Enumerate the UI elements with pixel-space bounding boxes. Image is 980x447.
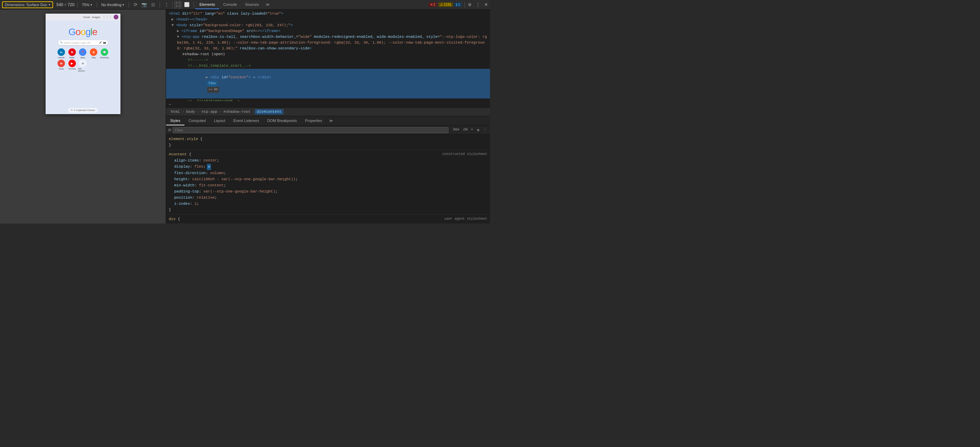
info-badge[interactable]: ℹ 1 [454, 2, 462, 7]
dom-line: <!------> [166, 57, 490, 63]
new-style-rule-btn[interactable]: ⊕ [475, 127, 481, 133]
shortcut-whatsapp[interactable]: 💬 WhatsApp [100, 48, 109, 59]
pencil-icon: ✎ [71, 109, 73, 112]
avatar[interactable] [114, 14, 118, 19]
browser-content: Google 🔍 Search Google or type URL 🎤 📷 i… [46, 21, 121, 114]
breadcrumb-div-content[interactable]: div#content [255, 109, 284, 115]
chevron-down-icon: ▾ [91, 3, 92, 6]
filter-input[interactable] [172, 127, 449, 133]
error-badge[interactable]: ✕ 2 [428, 2, 437, 7]
search-placeholder-text: Search Google or type URL [64, 42, 91, 44]
breadcrumb-ntp-app[interactable]: ntp-app [199, 109, 219, 115]
more-tabs-icon[interactable]: ≫ [263, 0, 272, 9]
devtools-panel: <html dir="ltr" lang="en" class lazy-loa… [166, 10, 490, 224]
console-tab[interactable]: Console [219, 0, 241, 9]
styles-tabs-bar: Styles Computed Layout Event Listeners D… [166, 116, 490, 126]
css-source-constructed: constructed stylesheet [442, 151, 487, 157]
shortcuts-grid: in LinkedIn N Netflix 📍 Maps [56, 48, 109, 72]
elements-tab[interactable]: Elements [195, 0, 219, 9]
chevron-down-icon: ▾ [123, 3, 124, 6]
breadcrumb-shadow-root[interactable]: #shadow-root [221, 109, 253, 115]
filter-bar: ⊞ :hov .cls + ⊕ ⋮ [166, 126, 490, 134]
css-selector-div[interactable]: div [169, 217, 176, 221]
images-link[interactable]: Images [92, 16, 100, 19]
dom-view: <html dir="ltr" lang="en" class lazy-loa… [166, 10, 490, 101]
more-actions-icon[interactable]: ⋮ [163, 1, 170, 8]
voice-search-icon[interactable]: 🎤 [99, 41, 102, 44]
apps-icon[interactable]: ⋮⋮⋮ [102, 15, 111, 19]
zoom-selector[interactable]: 75% ▾ [80, 2, 94, 8]
shortcut-youtube[interactable]: ▶ YouTube [67, 60, 77, 72]
height-value: 720 [68, 2, 75, 7]
breadcrumb-html[interactable]: html [169, 109, 182, 115]
customise-chrome-btn[interactable]: ✎ ✎ Customise Chrome [68, 108, 98, 113]
camera-search-icon[interactable]: 📷 [103, 41, 106, 44]
search-bar[interactable]: 🔍 Search Google or type URL 🎤 📷 [58, 40, 108, 45]
width-value: 540 [56, 2, 63, 7]
add-shortcut[interactable]: + Add shortcut [78, 60, 88, 72]
more-style-options-btn[interactable]: ⋮ [482, 127, 488, 133]
shortcut-netflix[interactable]: N Netflix [67, 48, 77, 59]
dom-line: <!--?lit$7510891296$--> [166, 99, 490, 101]
rotate-icon[interactable]: ⟳ [132, 1, 139, 8]
chevron-down-icon: ▾ [49, 3, 50, 6]
filter-icon: ⊞ [168, 128, 171, 132]
css-section-div: div { user agent stylesheet display: blo… [166, 215, 490, 224]
search-icon: 🔍 [60, 41, 63, 44]
hov-btn[interactable]: :hov [451, 127, 460, 133]
event-listeners-tab[interactable]: Event Listeners [229, 116, 263, 125]
shortcut-gmail[interactable]: M Gmail [56, 60, 66, 72]
dom-line: #shadow-root (open) [166, 51, 490, 57]
inspect-element-icon[interactable]: ⛶ [174, 1, 182, 9]
shortcut-linkedin[interactable]: in LinkedIn [56, 48, 66, 59]
dom-line: <!--_html_template_start_--> [166, 63, 490, 69]
warning-icon: ⚠ [440, 3, 443, 6]
computed-tab[interactable]: Computed [185, 116, 210, 125]
shortcut-blog[interactable]: B Blog [89, 48, 98, 59]
warning-badge[interactable]: ⚠ 1191 [438, 2, 453, 7]
layout-tab[interactable]: Layout [210, 116, 229, 125]
customise-btn-label: ✎ Customise Chrome [73, 109, 95, 112]
dom-breakpoints-tab[interactable]: DOM Breakpoints [263, 116, 301, 125]
css-section-content: #content { constructed stylesheet align-… [166, 150, 490, 215]
settings-icon[interactable]: ⚙ [466, 1, 474, 9]
cls-btn[interactable]: .cls [461, 127, 469, 133]
dom-line-selected[interactable]: ▶ <div id="content"> ⋯ </div> flex == $0 [166, 69, 490, 99]
properties-tab[interactable]: Properties [301, 116, 326, 125]
preview-panel: Gmail Images ⋮⋮⋮ Google 🔍 Search Google … [0, 10, 166, 224]
gmail-link[interactable]: Gmail [83, 16, 90, 19]
add-shortcut-label: Add shortcut [78, 68, 88, 72]
css-selector-content[interactable]: #content [169, 152, 187, 156]
breadcrumb-bar: html › body › ntp-app › #shadow-root › d… [166, 107, 490, 116]
close-devtools-icon[interactable]: ✕ [482, 1, 490, 9]
css-selector-element: element.style [169, 137, 198, 141]
dom-line: ▼ <body style="background-color: rgb(203… [166, 22, 490, 28]
device-selector[interactable]: Dimensions: Surface Duo ▾ [2, 2, 53, 8]
css-section-element: element.style { } [166, 134, 490, 150]
breadcrumb-body[interactable]: body [184, 109, 197, 115]
devtools-more-icon[interactable]: ⋮ [474, 1, 482, 9]
throttle-label: No throttling [102, 3, 121, 7]
add-style-btn[interactable]: + [469, 127, 474, 133]
zoom-label: 75% [82, 3, 89, 7]
dom-line: <html dir="ltr" lang="en" class lazy-loa… [166, 11, 490, 17]
css-source-user-agent: user agent stylesheet [444, 216, 487, 222]
device-frame-icon[interactable]: ⊡ [150, 1, 157, 8]
styles-content: element.style { } #content { constructed… [166, 134, 490, 224]
more-tabs-icon[interactable]: ≫ [326, 116, 336, 125]
sources-tab[interactable]: Sources [241, 0, 263, 9]
dom-line: ▼ <ntp-app realbox-is-tall_ searchbox-wi… [166, 34, 490, 51]
warning-count: 1191 [444, 3, 451, 6]
google-logo: Google [68, 27, 97, 37]
responsive-icon[interactable]: ⬜ [183, 1, 191, 9]
info-count: 1 [458, 3, 460, 6]
error-icon: ✕ [430, 3, 433, 6]
dom-line: ▶ <iframe id="backgroundImage" src=⋯></i… [166, 28, 490, 34]
error-count: 2 [434, 3, 436, 6]
dom-line: ▶ <head>⋯</head> [166, 17, 490, 22]
shortcut-maps[interactable]: 📍 Maps [78, 48, 88, 59]
throttle-selector[interactable]: No throttling ▾ [100, 2, 126, 8]
screenshot-icon[interactable]: 📷 [140, 1, 148, 8]
info-icon: ℹ [456, 3, 457, 6]
styles-tab[interactable]: Styles [166, 116, 185, 125]
